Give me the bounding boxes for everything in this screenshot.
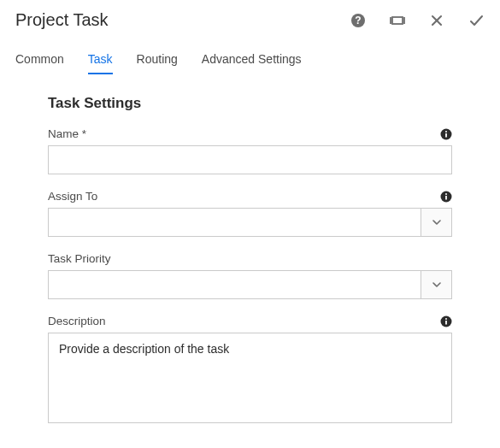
dialog-title: Project Task [15, 10, 109, 30]
name-input[interactable] [48, 145, 452, 174]
priority-dropdown-button[interactable] [421, 271, 451, 298]
field-description: Description [48, 315, 452, 427]
field-assign-to: Assign To [48, 190, 452, 237]
priority-combobox[interactable] [48, 270, 452, 299]
fullscreen-icon[interactable] [389, 12, 406, 29]
header-actions: ? [350, 12, 485, 29]
name-label: Name * [48, 127, 86, 140]
assign-to-dropdown-button[interactable] [421, 209, 451, 236]
help-icon[interactable]: ? [350, 12, 367, 29]
task-settings-section: Task Settings Name * Assign To Task Prio… [0, 74, 500, 427]
info-icon[interactable] [440, 191, 452, 203]
priority-input[interactable] [49, 271, 421, 298]
svg-rect-8 [445, 133, 447, 138]
tab-advanced[interactable]: Advanced Settings [202, 52, 302, 74]
field-priority-label-row: Task Priority [48, 252, 452, 265]
confirm-icon[interactable] [468, 12, 485, 29]
priority-label: Task Priority [48, 252, 111, 265]
svg-text:?: ? [355, 15, 361, 27]
tab-routing[interactable]: Routing [137, 52, 178, 74]
field-assign-label-row: Assign To [48, 190, 452, 203]
svg-rect-14 [445, 321, 447, 325]
svg-rect-2 [392, 17, 403, 24]
field-name-label-row: Name * [48, 127, 452, 140]
field-description-label-row: Description [48, 315, 452, 327]
info-icon[interactable] [440, 315, 452, 327]
svg-point-9 [445, 131, 447, 133]
description-label: Description [48, 315, 106, 327]
tab-common[interactable]: Common [15, 52, 64, 74]
svg-point-12 [445, 193, 447, 195]
tab-task[interactable]: Task [88, 52, 113, 74]
assign-to-input[interactable] [49, 209, 421, 236]
field-priority: Task Priority [48, 252, 452, 299]
chevron-down-icon [432, 218, 441, 227]
tab-bar: Common Task Routing Advanced Settings [0, 37, 500, 74]
section-title: Task Settings [48, 95, 452, 112]
close-icon[interactable] [428, 12, 445, 29]
description-textarea[interactable] [48, 333, 452, 423]
chevron-down-icon [432, 280, 441, 289]
svg-rect-11 [445, 196, 447, 200]
dialog-header: Project Task ? [0, 0, 500, 37]
field-name: Name * [48, 127, 452, 174]
assign-to-combobox[interactable] [48, 208, 452, 237]
assign-to-label: Assign To [48, 190, 97, 203]
svg-point-15 [445, 318, 447, 320]
info-icon[interactable] [440, 128, 452, 140]
